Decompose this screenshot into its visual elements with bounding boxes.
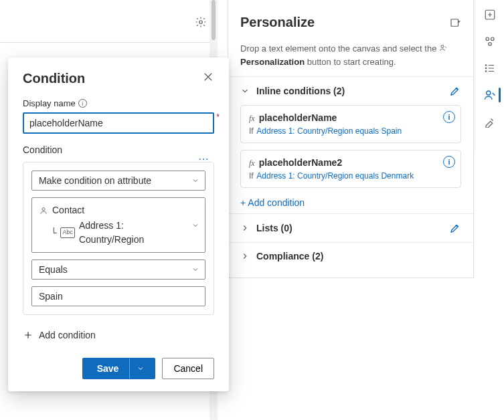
modal-title: Condition xyxy=(23,71,85,86)
svg-point-11 xyxy=(42,207,45,210)
attribute-path: Address 1: Country/Region xyxy=(79,219,186,247)
section-label: Lists (0) xyxy=(256,223,292,233)
more-icon[interactable]: … xyxy=(198,150,209,163)
scrollbar-thumb[interactable] xyxy=(212,0,216,40)
right-rail xyxy=(475,0,504,154)
svg-point-7 xyxy=(485,71,487,72)
svg-point-3 xyxy=(491,37,494,41)
chevron-right-icon xyxy=(240,223,250,233)
rail-personalize-icon[interactable] xyxy=(478,83,502,107)
condition-name: placeholderName xyxy=(259,112,337,123)
rail-brand-icon[interactable] xyxy=(478,110,502,134)
edit-icon[interactable] xyxy=(449,222,461,234)
edit-icon[interactable] xyxy=(449,85,461,97)
personalize-panel: Personalize Drop a text element onto the… xyxy=(228,0,474,278)
save-split-chevron[interactable] xyxy=(129,358,151,379)
chevron-down-icon xyxy=(191,266,199,274)
info-icon[interactable]: i xyxy=(78,99,87,108)
section-label: Compliance (2) xyxy=(256,251,323,261)
svg-point-0 xyxy=(199,21,203,24)
section-head-lists[interactable]: Lists (0) xyxy=(228,214,473,242)
rail-elements-icon[interactable] xyxy=(478,29,502,54)
info-icon[interactable]: i xyxy=(443,156,455,168)
close-icon[interactable] xyxy=(202,71,214,83)
section-lists: Lists (0) xyxy=(228,213,473,242)
svg-point-10 xyxy=(441,45,444,47)
condition-expression: Address 1: Country/Region equals Denmark xyxy=(256,171,414,181)
svg-point-5 xyxy=(485,65,487,66)
section-inline-conditions: Inline conditions (2) i fxplaceholderNam… xyxy=(228,76,473,213)
condition-label: Condition xyxy=(23,144,214,155)
condition-name: placeholderName2 xyxy=(259,157,343,168)
operator-select[interactable]: Equals xyxy=(31,259,205,280)
condition-group: … Make condition on attribute Contact └ … xyxy=(23,162,214,315)
condition-type-select[interactable]: Make condition on attribute xyxy=(31,171,205,191)
save-button[interactable]: Save xyxy=(82,358,156,379)
chevron-right-icon xyxy=(240,251,250,261)
plus-icon xyxy=(23,330,33,340)
panel-title: Personalize xyxy=(240,15,315,30)
attribute-select[interactable]: Contact └ Abc Address 1: Country/Region xyxy=(31,197,205,253)
condition-card[interactable]: i fxplaceholderName2 If Address 1: Count… xyxy=(240,150,461,188)
section-head-inline[interactable]: Inline conditions (2) xyxy=(228,77,473,105)
gear-icon[interactable] xyxy=(195,16,207,28)
section-label: Inline conditions (2) xyxy=(256,86,345,96)
chevron-down-icon xyxy=(191,221,199,229)
panel-description: Drop a text element onto the canvas and … xyxy=(228,42,473,76)
condition-expression: Address 1: Country/Region equals Spain xyxy=(256,126,402,136)
condition-card[interactable]: i fxplaceholderName If Address 1: Countr… xyxy=(240,105,461,143)
info-icon[interactable]: i xyxy=(443,111,455,123)
canvas-ribbon xyxy=(0,0,217,43)
tree-elbow-icon: └ xyxy=(51,226,56,240)
condition-modal: Condition Display name i * Condition … M… xyxy=(8,58,229,391)
display-name-input[interactable] xyxy=(23,112,214,134)
chevron-down-icon xyxy=(240,86,250,96)
add-condition-button[interactable]: Add condition xyxy=(23,330,214,340)
fx-icon: fx xyxy=(249,114,255,123)
section-compliance: Compliance (2) xyxy=(228,242,473,270)
svg-point-2 xyxy=(486,37,489,41)
svg-point-6 xyxy=(485,68,487,69)
text-type-icon: Abc xyxy=(60,227,75,238)
contact-icon xyxy=(39,206,48,215)
attribute-entity: Contact xyxy=(52,203,84,217)
fx-icon: fx xyxy=(249,159,255,168)
cancel-button[interactable]: Cancel xyxy=(162,358,214,379)
svg-rect-9 xyxy=(451,19,458,26)
required-indicator: * xyxy=(216,112,220,122)
section-head-compliance[interactable]: Compliance (2) xyxy=(228,243,473,270)
person-icon xyxy=(439,43,448,52)
chevron-down-icon xyxy=(191,177,199,185)
display-name-label: Display name i xyxy=(23,98,214,108)
svg-point-8 xyxy=(486,91,490,95)
svg-point-4 xyxy=(488,43,491,46)
rail-add-icon[interactable] xyxy=(478,3,502,27)
rail-list-icon[interactable] xyxy=(478,56,502,80)
pin-icon[interactable] xyxy=(449,17,461,29)
add-condition-link[interactable]: + Add condition xyxy=(228,195,473,213)
value-input[interactable]: Spain xyxy=(31,286,205,306)
